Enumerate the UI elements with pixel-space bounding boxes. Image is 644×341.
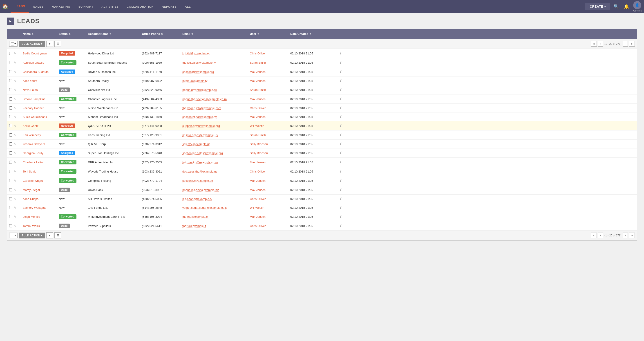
nav-link-sales[interactable]: SALES bbox=[29, 0, 48, 13]
row-checkbox[interactable] bbox=[9, 142, 12, 146]
edit-icon[interactable]: ✎ bbox=[14, 197, 16, 201]
info-icon[interactable]: ℹ bbox=[340, 124, 341, 128]
select-all-checkbox-bottom[interactable] bbox=[11, 234, 14, 237]
row-user[interactable]: Max Jensen bbox=[248, 68, 288, 76]
edit-icon[interactable]: ✎ bbox=[14, 124, 16, 128]
row-user[interactable]: Chris Olliver bbox=[248, 222, 288, 230]
th-user[interactable]: User ⇅ bbox=[248, 29, 288, 39]
info-icon[interactable]: ℹ bbox=[340, 133, 341, 137]
row-email[interactable]: dev.sales.the@example.us bbox=[180, 168, 248, 176]
row-user[interactable]: Sally Bronsen bbox=[248, 140, 288, 148]
list-view-button-top[interactable]: ☰ bbox=[54, 41, 61, 47]
th-date[interactable]: Date Created ▼ bbox=[288, 29, 338, 39]
row-email[interactable]: kid.phone@example.tv bbox=[180, 195, 248, 203]
edit-icon[interactable]: ✎ bbox=[14, 206, 16, 210]
list-view-button-bottom[interactable]: ☰ bbox=[54, 232, 61, 238]
edit-icon[interactable]: ✎ bbox=[14, 106, 16, 110]
edit-icon[interactable]: ✎ bbox=[14, 170, 16, 173]
row-user[interactable]: Chris Olliver bbox=[248, 195, 288, 203]
last-page-button-top[interactable]: » bbox=[629, 41, 635, 46]
nav-link-support[interactable]: SUPPORT bbox=[74, 0, 97, 13]
edit-icon[interactable]: ✎ bbox=[14, 88, 16, 92]
edit-icon[interactable]: ✎ bbox=[14, 179, 16, 182]
row-user[interactable]: Sarah Smith bbox=[248, 131, 288, 139]
info-icon[interactable]: ℹ bbox=[340, 97, 341, 101]
row-email[interactable]: section.kid.sales@example.org bbox=[180, 149, 248, 157]
edit-icon[interactable]: ✎ bbox=[14, 115, 16, 118]
row-name[interactable]: Neva Fouts bbox=[20, 86, 56, 94]
row-name[interactable]: Zachery Westgate bbox=[20, 204, 56, 212]
row-name[interactable]: Brooke Lampkins bbox=[20, 95, 56, 103]
row-email[interactable]: support.dev.hr@example.org bbox=[180, 122, 248, 130]
row-name[interactable]: Tammi Wallis bbox=[20, 222, 56, 230]
row-email[interactable]: beans.dev.hr@example.tw bbox=[180, 86, 248, 94]
info-icon[interactable]: ℹ bbox=[340, 178, 341, 182]
row-name[interactable]: Aline Cripps bbox=[20, 195, 56, 203]
row-user[interactable]: Sally Bronsen bbox=[248, 149, 288, 157]
row-email[interactable]: phone.the.section@example.co.uk bbox=[180, 95, 248, 103]
info-icon[interactable]: ℹ bbox=[340, 79, 341, 82]
row-user[interactable]: Max Jensen bbox=[248, 213, 288, 221]
row-name[interactable]: Toni Seale bbox=[20, 168, 56, 176]
row-name[interactable]: Marcy Stegall bbox=[20, 186, 56, 194]
last-page-button-bottom[interactable]: » bbox=[629, 232, 635, 238]
row-user[interactable]: Max Jensen bbox=[248, 186, 288, 194]
first-page-button-top[interactable]: « bbox=[591, 41, 596, 46]
row-checkbox[interactable] bbox=[9, 206, 12, 209]
checkbox-caret-icon[interactable]: ▾ bbox=[14, 42, 16, 46]
next-page-button-top[interactable]: › bbox=[623, 41, 628, 46]
row-name[interactable]: Zachary Hodnett bbox=[20, 104, 56, 112]
row-name[interactable]: Ashleigh Grasso bbox=[20, 59, 56, 66]
row-email[interactable]: phone.kid.dev@example.biz bbox=[180, 186, 248, 194]
row-checkbox[interactable] bbox=[9, 170, 12, 173]
row-user[interactable]: Will Westin bbox=[248, 204, 288, 212]
info-icon[interactable]: ℹ bbox=[340, 170, 341, 173]
edit-icon[interactable]: ✎ bbox=[14, 152, 16, 155]
row-name[interactable]: Susie Cruickshank bbox=[20, 113, 56, 121]
row-email[interactable]: section.hr.qa@example.tw bbox=[180, 113, 248, 121]
checkbox-caret-icon-bottom[interactable]: ▾ bbox=[14, 234, 16, 237]
search-button[interactable]: 🔍 bbox=[612, 2, 620, 10]
info-icon[interactable]: ℹ bbox=[340, 142, 341, 146]
info-icon[interactable]: ℹ bbox=[340, 206, 341, 210]
edit-icon[interactable]: ✎ bbox=[14, 98, 16, 101]
user-section[interactable]: 👤 Adminis bbox=[633, 1, 642, 12]
filter-button-bottom[interactable]: ▼ bbox=[46, 232, 53, 238]
edit-icon[interactable]: ✎ bbox=[14, 79, 16, 82]
nav-link-activities[interactable]: ACTIVITIES bbox=[97, 0, 123, 13]
select-all-checkbox-btn[interactable]: ▾ bbox=[9, 41, 18, 46]
row-user[interactable]: Sarah Smith bbox=[248, 59, 288, 66]
row-name[interactable]: Sadie Countryman bbox=[20, 50, 56, 57]
bulk-action-button-top[interactable]: BULK ACTION ▾ bbox=[19, 41, 45, 47]
edit-icon[interactable]: ✎ bbox=[14, 142, 16, 146]
next-page-button-bottom[interactable]: › bbox=[623, 232, 628, 238]
nav-link-collaboration[interactable]: COLLABORATION bbox=[122, 0, 158, 13]
row-name[interactable]: Kari Wimberly bbox=[20, 131, 56, 139]
row-checkbox[interactable] bbox=[9, 188, 12, 192]
info-icon[interactable]: ℹ bbox=[340, 88, 341, 92]
row-user[interactable]: Max Jensen bbox=[248, 113, 288, 121]
row-email[interactable]: kid.kid@example.net bbox=[180, 50, 248, 57]
row-email[interactable]: im.info.beans@example.us bbox=[180, 131, 248, 139]
row-name[interactable]: Kellie Gantz bbox=[20, 122, 56, 130]
row-user[interactable]: Max Jensen bbox=[248, 77, 288, 85]
row-email[interactable]: the23@example.it bbox=[180, 222, 248, 230]
row-name[interactable]: Alice Yount bbox=[20, 77, 56, 85]
row-checkbox[interactable] bbox=[9, 79, 12, 82]
row-name[interactable]: Cassandra Sudduth bbox=[20, 68, 56, 76]
avatar[interactable]: 👤 bbox=[633, 1, 641, 9]
row-checkbox[interactable] bbox=[9, 98, 12, 100]
info-icon[interactable]: ℹ bbox=[340, 197, 341, 201]
row-email[interactable]: the.kid.sales@example.tv bbox=[180, 59, 248, 66]
edit-icon[interactable]: ✎ bbox=[14, 188, 16, 192]
edit-icon[interactable]: ✎ bbox=[14, 224, 16, 228]
th-name[interactable]: Name ⇅ bbox=[20, 29, 56, 39]
info-icon[interactable]: ℹ bbox=[340, 70, 341, 74]
filter-button-top[interactable]: ▼ bbox=[46, 41, 53, 47]
nav-link-reports[interactable]: REPORTS bbox=[158, 0, 180, 13]
row-checkbox[interactable] bbox=[9, 61, 12, 64]
select-all-checkbox[interactable] bbox=[11, 42, 14, 46]
select-all-checkbox-btn-bottom[interactable]: ▾ bbox=[9, 232, 18, 238]
row-user[interactable]: Max Jensen bbox=[248, 95, 288, 103]
row-checkbox[interactable] bbox=[9, 160, 12, 164]
